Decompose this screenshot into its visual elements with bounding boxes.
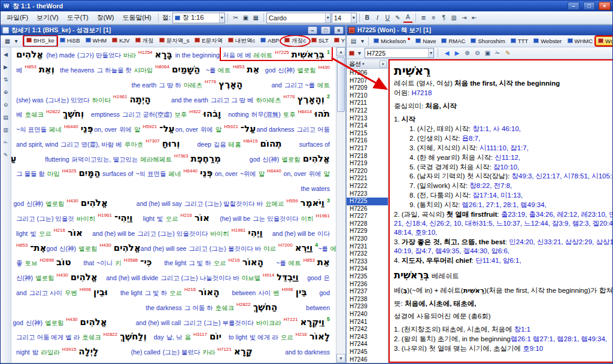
scrollbar-track[interactable] <box>336 113 345 354</box>
strongs-number[interactable]: H6440 <box>267 168 281 174</box>
paste-icon[interactable]: ▦ <box>251 13 261 23</box>
strongs-number[interactable]: H5921 <box>143 124 157 129</box>
forward-icon[interactable]: ▶ <box>452 48 462 58</box>
strongs-number[interactable]: H6440 <box>64 124 78 129</box>
strongs-list-item[interactable]: H7229 <box>347 228 388 235</box>
scripture-link[interactable]: 렘26:1 렘27:1, 렘28:1, 렘49:34, <box>511 335 607 342</box>
strongs-list-item[interactable]: H7239 <box>347 303 388 311</box>
strongs-list-item[interactable]: H7235 <box>347 273 388 281</box>
zoom-out-icon[interactable]: ⊖ <box>1 101 10 109</box>
strongs-list-item[interactable]: H7211 <box>347 99 388 107</box>
scripture-link[interactable]: 창8:22, 전7:8, <box>469 182 512 189</box>
bold-button[interactable]: B <box>362 13 372 23</box>
strongs-list-item[interactable]: H7246 <box>347 356 388 363</box>
strongs-number[interactable]: H1961 <box>315 213 330 218</box>
hebrew-word[interactable]: אֵת <box>317 257 330 268</box>
underline-button[interactable]: U <box>383 13 393 23</box>
paperclip-icon[interactable]: ✁ <box>493 48 503 58</box>
strongs-number[interactable]: H776 <box>284 94 295 99</box>
dictionary-tab-Nave[interactable]: Nave <box>413 37 438 46</box>
scripture-link[interactable]: 단11:41, 암6:1, <box>475 257 521 264</box>
strongs-number[interactable]: H216 <box>229 257 240 263</box>
strongs-list-item[interactable]: H7210 <box>347 92 388 100</box>
strongs-number[interactable]: H430 <box>318 64 330 69</box>
strongs-number[interactable]: H2896 <box>40 257 54 263</box>
strongs-list-item[interactable]: H7244 <box>347 341 388 348</box>
strongs-number[interactable]: H7121 <box>284 317 298 322</box>
strongs-list-item[interactable]: H7240 <box>347 311 388 318</box>
hebrew-word[interactable]: טוֹב <box>56 257 71 268</box>
scripture-link[interactable]: 창1:1, 사 46:10, <box>472 125 521 132</box>
scripture-link[interactable]: 호9:10 <box>523 345 543 352</box>
menu-item[interactable]: 창(W) <box>93 12 119 23</box>
hebrew-word[interactable]: פְּנֵי <box>81 123 93 134</box>
scripture-link[interactable]: 렘26:1, 27:1, 28:1, 렘49:34, <box>462 201 547 208</box>
hebrew-word[interactable]: וַיְהִי־ <box>114 213 133 223</box>
chevron-down-icon[interactable]: ▾ <box>351 13 356 23</box>
strongs-number[interactable]: H4325 <box>62 168 77 174</box>
print-icon[interactable]: ▥ <box>1 126 10 134</box>
chevron-down-icon[interactable]: ▾ <box>428 48 433 57</box>
menu-item[interactable]: 파일(F) <box>2 12 32 23</box>
strongs-list-item[interactable]: H7222 <box>347 183 388 190</box>
strongs-number[interactable]: H216 <box>184 287 196 292</box>
menu-item[interactable]: 도움말(H) <box>118 12 155 23</box>
paperclip-icon[interactable]: ✁ <box>1 138 10 147</box>
scroll-up-icon[interactable]: ▲ <box>336 47 345 56</box>
strongs-list-item[interactable]: H7214 <box>347 122 388 130</box>
copy-icon[interactable]: ▣ <box>241 13 251 23</box>
hebrew-word[interactable]: וַיַּבְדֵּל <box>277 272 299 283</box>
strongs-list-item[interactable]: H7233 <box>347 258 388 266</box>
scripture-link[interactable]: 잠17:14, 미1:13, <box>472 192 523 199</box>
indent-icon[interactable]: ⇥ <box>459 13 469 23</box>
sync-icon[interactable]: ⇅ <box>1 75 10 84</box>
hebrew-word[interactable]: וְאֵת <box>39 64 54 75</box>
verse-combo[interactable]: 창 1:16 ▾ <box>172 13 225 23</box>
dictionary-tab-Shoroshim[interactable]: Shoroshim <box>468 37 507 46</box>
strongs-list-item[interactable]: H7206 <box>347 69 388 77</box>
strongs-number[interactable]: H216 <box>181 213 192 218</box>
strongs-list-item[interactable]: H7238 <box>347 296 388 304</box>
strongs-list-item[interactable]: H7236 <box>347 281 388 289</box>
scripture-link[interactable]: 창1:1 <box>514 326 531 333</box>
strongs-list-item[interactable]: H7215 <box>347 130 388 138</box>
strongs-number[interactable]: H2822 <box>104 332 118 337</box>
strongs-list-item[interactable]: H7219 <box>347 160 388 168</box>
strongs-list-item[interactable]: H7226 <box>347 205 388 213</box>
font-combo[interactable]: Cardo ▾ <box>266 13 331 23</box>
hebrew-word[interactable]: תֹהוּ <box>314 108 330 119</box>
dictionary-tab-RMAC[interactable]: RMAC <box>439 37 468 46</box>
strongs-number[interactable]: H853 <box>25 64 37 69</box>
chevron-down-icon[interactable]: ▾ <box>359 36 366 46</box>
highlighter-icon[interactable]: ✎ <box>393 13 403 23</box>
paragraph-mark-icon[interactable]: ¶ <box>439 13 449 23</box>
menu-item[interactable]: 도구(T) <box>63 12 93 23</box>
prev-verse-icon[interactable]: ◀ <box>1 50 10 59</box>
strongs-number[interactable]: H7200 <box>278 242 293 248</box>
strongs-number[interactable]: H3117 <box>193 332 207 337</box>
hebrew-word[interactable]: עַל־ <box>11 153 16 164</box>
hebrew-word[interactable]: אֱלֹהִים <box>16 49 43 60</box>
bible-scrollbar[interactable]: ▲ ▼ <box>336 47 345 363</box>
strongs-number[interactable]: H430 <box>100 242 111 248</box>
strongs-number[interactable]: H853 <box>304 257 315 263</box>
zoom-in-icon[interactable]: ⊕ <box>1 88 10 96</box>
strongs-number[interactable]: H853 <box>233 64 244 69</box>
chevron-down-icon[interactable]: ▾ <box>325 13 330 23</box>
maximize-button[interactable]: □ <box>321 26 330 34</box>
hebrew-word[interactable]: לָיְלָה <box>78 346 98 357</box>
minimize-button[interactable]: – <box>568 2 579 10</box>
outdent-icon[interactable]: ⇤ <box>469 13 480 23</box>
dictionary-tab-Mickelson[interactable]: Mickelson <box>371 37 412 46</box>
bible-tab-ABP[interactable]: ABP <box>258 36 281 46</box>
dictionary-tab-WHMC[interactable]: WHMC <box>565 37 596 46</box>
strongs-list-item[interactable]: H7220 <box>347 168 388 175</box>
scripture-link[interactable]: 시111:10, 잠1:7, <box>480 144 529 151</box>
strongs-number[interactable]: H559 <box>286 198 298 204</box>
strongs-number[interactable]: H1254 <box>138 50 153 55</box>
bible-tab-개정c[interactable]: 개정c <box>282 36 308 46</box>
close-icon[interactable]: × <box>380 60 387 68</box>
hebrew-word[interactable]: וַיַּרְא <box>295 242 313 253</box>
books-list-button[interactable]: ▤ <box>348 36 359 46</box>
hebrew-word[interactable]: בְּרֵאשִׁית <box>292 49 324 60</box>
